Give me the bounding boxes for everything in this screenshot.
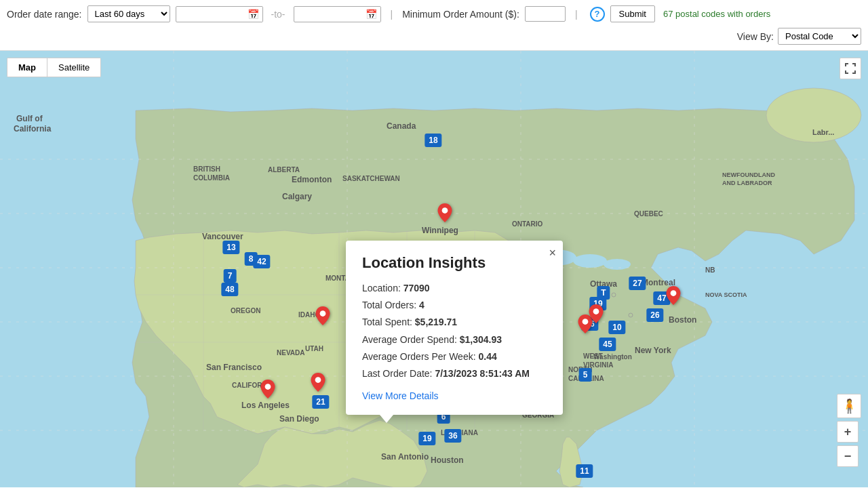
- view-by-select[interactable]: Postal Code City State: [778, 28, 861, 45]
- map-top-right-controls: [840, 58, 861, 79]
- end-date-calendar-icon[interactable]: 📅: [362, 7, 380, 22]
- cluster-36[interactable]: 36: [444, 429, 461, 443]
- svg-point-32: [671, 290, 677, 296]
- help-icon[interactable]: ?: [590, 7, 605, 22]
- view-more-details-link[interactable]: View More Details: [362, 390, 439, 401]
- pipe-separator2: |: [575, 9, 578, 20]
- fullscreen-button[interactable]: [840, 58, 861, 79]
- pin-montreal[interactable]: [664, 286, 683, 308]
- pin-winnipeg[interactable]: [435, 203, 454, 226]
- svg-point-29: [320, 310, 326, 317]
- pin-eastcoast2[interactable]: [587, 304, 606, 327]
- view-by-label: View By:: [737, 31, 774, 42]
- location-insights-popup: × Location Insights Location: 77090 Tota…: [346, 241, 563, 415]
- svg-point-31: [265, 384, 271, 390]
- popup-title: Location Insights: [362, 254, 547, 272]
- cluster-42[interactable]: 42: [253, 255, 270, 268]
- min-order-label: Minimum Order Amount ($):: [402, 9, 519, 20]
- svg-point-7: [604, 259, 631, 270]
- popup-row-avg-week: Average Orders Per Week: 0.44: [362, 348, 547, 365]
- popup-row-orders: Total Orders: 4: [362, 297, 547, 314]
- result-count: 67 postal codes with orders: [663, 9, 770, 19]
- start-date-input[interactable]: 05/16/2023: [176, 7, 244, 21]
- cluster-7[interactable]: 7: [224, 269, 237, 283]
- map-container[interactable]: Canada Edmonton Calgary ALBERTA BRITISHC…: [0, 51, 868, 487]
- min-order-input[interactable]: 0: [525, 6, 566, 22]
- cluster-t[interactable]: T: [597, 286, 610, 300]
- end-date-input-wrap: 07/15/2023 📅: [294, 6, 381, 22]
- start-date-calendar-icon[interactable]: 📅: [244, 7, 262, 22]
- cluster-18[interactable]: 18: [425, 134, 441, 147]
- streetview-button[interactable]: 🧍: [837, 394, 861, 418]
- cluster-45[interactable]: 45: [599, 338, 616, 351]
- popup-row-avg-spend: Average Order Spend: $1,304.93: [362, 331, 547, 348]
- svg-point-34: [593, 308, 599, 314]
- to-separator: -to-: [271, 9, 285, 20]
- popup-row-last-order: Last Order Date: 7/13/2023 8:51:43 AM: [362, 365, 547, 382]
- cluster-5[interactable]: 5: [579, 368, 592, 382]
- cluster-21[interactable]: 21: [312, 395, 329, 409]
- zoom-in-button[interactable]: +: [837, 421, 859, 443]
- popup-close-button[interactable]: ×: [549, 246, 556, 260]
- start-date-input-wrap: 05/16/2023 📅: [176, 6, 263, 22]
- pin-la[interactable]: [309, 373, 328, 395]
- cluster-19b[interactable]: 19: [418, 432, 435, 445]
- order-date-range-label: Order date range:: [7, 9, 82, 20]
- cluster-48[interactable]: 48: [221, 283, 238, 296]
- svg-point-28: [442, 207, 448, 214]
- cluster-26[interactable]: 26: [646, 308, 663, 322]
- map-button[interactable]: Map: [7, 58, 47, 77]
- satellite-button[interactable]: Satellite: [47, 58, 100, 77]
- pin-nevada[interactable]: [313, 306, 332, 329]
- map-type-control: Map Satellite: [7, 58, 101, 77]
- pipe-separator: |: [391, 9, 393, 20]
- map-bottom-right-controls: 🧍 + −: [837, 394, 861, 467]
- cluster-27[interactable]: 27: [629, 277, 646, 290]
- svg-point-4: [766, 88, 861, 142]
- popup-info-rows: Location: 77090 Total Orders: 4 Total Sp…: [362, 280, 547, 382]
- cluster-10[interactable]: 10: [608, 321, 625, 334]
- cluster-13[interactable]: 13: [222, 241, 239, 254]
- end-date-input[interactable]: 07/15/2023: [294, 7, 362, 21]
- submit-button[interactable]: Submit: [610, 5, 655, 22]
- topbar: Order date range: Last 60 days Last 30 d…: [0, 0, 868, 51]
- cluster-11[interactable]: 11: [576, 464, 593, 478]
- date-range-select[interactable]: Last 60 days Last 30 days Last 90 days C…: [87, 5, 170, 22]
- pin-losangeles[interactable]: [258, 380, 277, 402]
- view-by-wrap: View By: Postal Code City State: [737, 28, 861, 45]
- popup-row-location: Location: 77090: [362, 280, 547, 297]
- popup-row-spent: Total Spent: $5,219.71: [362, 314, 547, 331]
- svg-point-6: [573, 254, 607, 268]
- zoom-out-button[interactable]: −: [837, 445, 859, 467]
- svg-point-30: [315, 377, 321, 383]
